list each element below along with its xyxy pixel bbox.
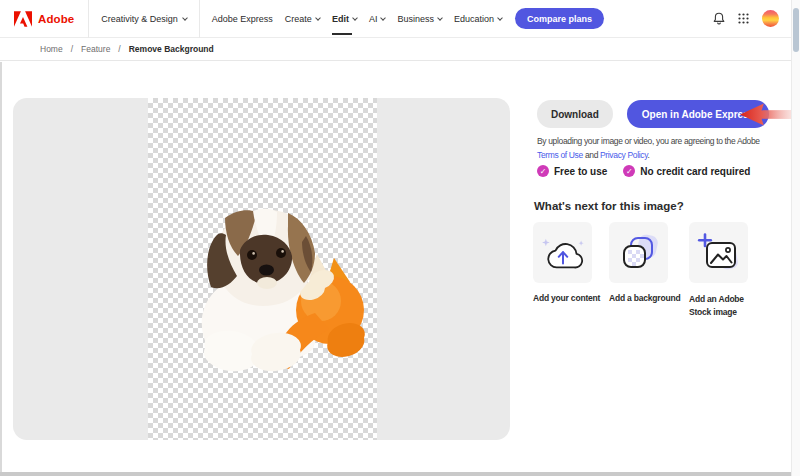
- add-a-background-tile[interactable]: [609, 222, 668, 283]
- nav-item-create[interactable]: Create: [285, 0, 320, 38]
- badge-no-credit-card: ✓ No credit card required: [623, 165, 750, 177]
- add-your-content-tile[interactable]: [533, 222, 592, 283]
- breadcrumb-feature[interactable]: Feature: [81, 44, 110, 54]
- brand-name: Adobe: [38, 13, 74, 25]
- image-preview-canvas: [13, 98, 510, 440]
- tile-group-add-adobe-stock: Add an Adobe Stock image: [689, 222, 748, 319]
- nav-label: Adobe Express: [212, 14, 273, 24]
- nav-label: Business: [397, 14, 434, 24]
- breadcrumb: Home / Feature / Remove Background: [0, 38, 791, 61]
- legal-line1: By uploading your image or video, you ar…: [537, 136, 760, 146]
- nav-item-adobe-express[interactable]: Adobe Express: [212, 0, 273, 38]
- nav-label: Create: [285, 14, 312, 24]
- app-launcher-grid-icon[interactable]: [737, 12, 750, 25]
- stock-image-icon: [697, 231, 741, 275]
- legal-line2: Terms of Use and Privacy Policy.: [537, 150, 649, 160]
- top-navigation-bar: Adobe Creativity & Design Adobe Express …: [0, 0, 791, 38]
- nav-item-edit[interactable]: Edit: [332, 0, 357, 38]
- badge-label: Free to use: [554, 166, 607, 177]
- upload-legal-text: By uploading your image or video, you ar…: [537, 134, 787, 162]
- breadcrumb-separator: /: [71, 44, 73, 54]
- chevron-down-icon: [315, 15, 321, 21]
- nav-item-ai[interactable]: AI: [369, 0, 386, 38]
- nav-label: Edit: [332, 14, 349, 24]
- tile-label: Add your content: [533, 293, 592, 303]
- user-avatar[interactable]: [762, 10, 779, 27]
- terms-of-use-link[interactable]: Terms of Use: [537, 150, 583, 160]
- adobe-logo[interactable]: Adobe: [0, 0, 88, 37]
- compare-plans-button[interactable]: Compare plans: [515, 8, 604, 29]
- breadcrumb-home[interactable]: Home: [40, 44, 63, 54]
- badge-free-to-use: ✓ Free to use: [537, 165, 607, 177]
- category-menu-creativity-design[interactable]: Creativity & Design: [89, 0, 199, 37]
- open-in-adobe-express-button[interactable]: Open in Adobe Express: [627, 100, 769, 128]
- download-button[interactable]: Download: [537, 100, 613, 128]
- whats-next-heading: What's next for this image?: [534, 200, 684, 212]
- tile-group-add-a-background: Add a background: [609, 222, 668, 319]
- chevron-down-icon: [352, 15, 358, 21]
- header-utilities: [712, 10, 791, 27]
- chevron-down-icon: [437, 15, 443, 21]
- page-bottom-edge-line: [0, 472, 791, 476]
- background-layers-icon: [617, 231, 661, 275]
- breadcrumb-current-remove-background: Remove Background: [129, 44, 214, 54]
- chevron-down-icon: [381, 15, 387, 21]
- nav-label: Education: [454, 14, 494, 24]
- tile-label: Add an Adobe Stock image: [689, 293, 755, 319]
- primary-nav: Adobe Express Create Edit AI Business Ed…: [200, 0, 502, 38]
- preview-image-puppy: [178, 198, 378, 372]
- add-adobe-stock-image-tile[interactable]: [689, 222, 748, 283]
- nav-label: AI: [369, 14, 378, 24]
- legal-and: and: [583, 150, 600, 160]
- breadcrumb-separator: /: [118, 44, 120, 54]
- tile-group-add-your-content: Add your content: [533, 222, 592, 319]
- chevron-down-icon: [497, 15, 503, 21]
- legal-period: .: [647, 150, 649, 160]
- action-buttons-row: Download Open in Adobe Express: [537, 100, 769, 128]
- notification-bell-icon[interactable]: [712, 12, 725, 25]
- category-menu-label: Creativity & Design: [101, 14, 178, 24]
- chevron-down-icon: [182, 15, 188, 21]
- cloud-upload-icon: [540, 233, 586, 273]
- nav-item-education[interactable]: Education: [454, 0, 502, 38]
- main-content: Download Open in Adobe Express By upload…: [0, 62, 791, 476]
- feature-badges-row: ✓ Free to use ✓ No credit card required: [537, 165, 750, 177]
- adobe-express-remove-background-page: Adobe Creativity & Design Adobe Express …: [0, 0, 800, 476]
- checkmark-icon: ✓: [623, 165, 635, 177]
- vertical-scrollbar[interactable]: [791, 0, 800, 476]
- scrollbar-thumb[interactable]: [793, 8, 799, 52]
- page-left-edge-line: [0, 62, 2, 472]
- tile-label: Add a background: [609, 293, 668, 303]
- badge-label: No credit card required: [640, 166, 750, 177]
- checkmark-icon: ✓: [537, 165, 549, 177]
- privacy-policy-link[interactable]: Privacy Policy: [600, 150, 647, 160]
- whats-next-tiles: Add your content: [533, 222, 748, 319]
- nav-item-business[interactable]: Business: [397, 0, 442, 38]
- adobe-logo-icon: [14, 11, 32, 27]
